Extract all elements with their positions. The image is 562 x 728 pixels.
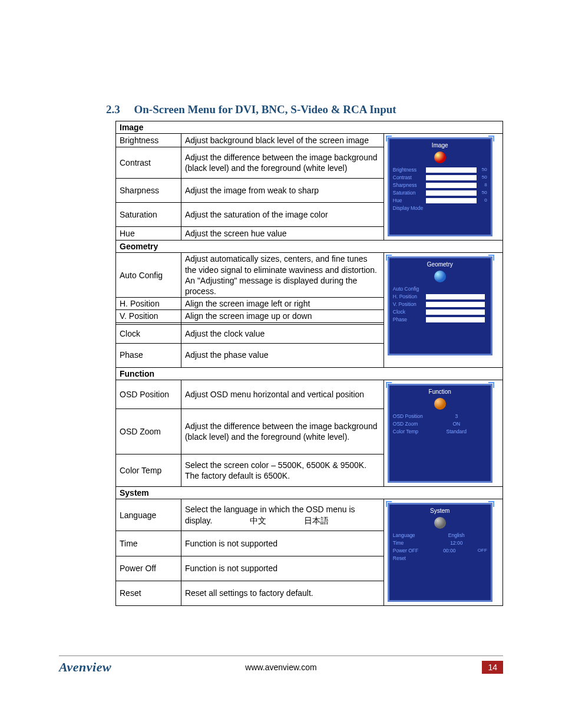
row-desc: Adjust background black level of the scr… xyxy=(181,134,384,147)
section-header-image: Image xyxy=(116,121,503,134)
osd-item-extra: OFF xyxy=(473,548,487,554)
osd-menu-table: Image Brightness Adjust background black… xyxy=(115,121,503,606)
brand-logo: Avenview xyxy=(59,660,111,675)
osd-items-image: Brightness50Contrast50Sharpness8Saturati… xyxy=(389,165,491,213)
row-name: Sharpness xyxy=(116,179,181,203)
section-heading: 2.3 On-Screen Menu for DVI, BNC, S-Video… xyxy=(106,103,503,116)
page-footer: Avenview www.avenview.com 14 xyxy=(59,655,503,675)
osd-item: V. Position xyxy=(393,301,487,308)
osd-item: Color TempStandard xyxy=(393,428,487,436)
slider-bar xyxy=(426,190,477,196)
osd-box-image: Image Brightness50Contrast50Sharpness8Sa… xyxy=(388,137,492,236)
osd-item: Phase xyxy=(393,316,487,324)
osd-item: H. Position xyxy=(393,293,487,301)
osd-screenshot-system: System LanguageEnglishTime12:00Power OFF… xyxy=(384,499,503,605)
osd-item: Clock xyxy=(393,308,487,316)
osd-item-label: Auto Config xyxy=(393,286,426,292)
osd-title: Geometry xyxy=(389,261,491,268)
row-desc: Function is not supported xyxy=(181,556,384,581)
osd-item-label: OSD Zoom xyxy=(393,421,426,427)
osd-item-label: V. Position xyxy=(393,301,426,308)
osd-item-value: 8 xyxy=(479,182,487,188)
osd-item-label: Color Temp xyxy=(393,429,426,435)
osd-item-value: ON xyxy=(426,421,487,427)
slider-bar xyxy=(426,294,485,299)
osd-item-value: 3 xyxy=(426,413,487,420)
row-name: Power Off xyxy=(116,556,181,581)
osd-item-label: Sharpness xyxy=(393,182,426,189)
row-desc: Adjust the image from weak to sharp xyxy=(181,179,384,203)
osd-item-value: English xyxy=(426,532,487,539)
osd-box-geometry: Geometry Auto ConfigH. PositionV. Positi… xyxy=(388,256,492,355)
row-desc: Adjust automatically sizes, centers, and… xyxy=(181,253,384,298)
row-desc: Adjust the difference between the image … xyxy=(181,147,384,179)
slider-bar xyxy=(426,167,477,173)
osd-item-label: Reset xyxy=(393,555,426,562)
osd-items-function: OSD Position3OSD ZoomONColor TempStandar… xyxy=(389,411,491,437)
slider-bar xyxy=(426,183,477,188)
osd-item-value: 0 xyxy=(479,197,487,203)
row-desc: Select the language in which the OSD men… xyxy=(181,499,384,531)
section-header-geometry: Geometry xyxy=(116,241,503,253)
osd-item-label: Hue xyxy=(393,197,426,204)
osd-item-label: Power OFF xyxy=(393,548,426,554)
osd-item-label: Phase xyxy=(393,317,426,323)
osd-item: OSD Position3 xyxy=(393,413,487,420)
osd-item-label: Time xyxy=(393,540,426,546)
osd-item-label: H. Position xyxy=(393,294,426,300)
row-desc: Align the screen image left or right xyxy=(181,298,384,310)
osd-item: Brightness50 xyxy=(393,166,487,174)
osd-item: LanguageEnglish xyxy=(393,532,487,539)
row-desc: Adjust the difference between the image … xyxy=(181,409,384,454)
system-icon xyxy=(434,517,446,529)
section-header-system: System xyxy=(116,486,503,499)
row-name: Phase xyxy=(116,343,181,367)
footer-url: www.avenview.com xyxy=(245,663,316,672)
row-desc: Adjust the screen hue value xyxy=(181,227,384,241)
page-number: 14 xyxy=(482,661,503,674)
osd-screenshot-image: Image Brightness50Contrast50Sharpness8Sa… xyxy=(384,134,503,241)
osd-item-value: 12:00 xyxy=(426,540,487,546)
osd-item-value: 50 xyxy=(479,190,487,196)
row-name: OSD Zoom xyxy=(116,409,181,454)
osd-item: Display Mode xyxy=(393,205,487,212)
osd-screenshot-geometry: Geometry Auto ConfigH. PositionV. Positi… xyxy=(384,253,503,367)
slider-bar xyxy=(426,317,485,322)
row-name: Time xyxy=(116,531,181,556)
osd-item: Sharpness8 xyxy=(393,182,487,189)
osd-item-label: Brightness xyxy=(393,167,426,173)
row-desc: Select the screen color – 5500K, 6500K &… xyxy=(181,454,384,487)
osd-item: Reset xyxy=(393,555,487,562)
osd-item-value: 50 xyxy=(479,174,487,180)
row-name: Contrast xyxy=(116,147,181,179)
row-desc: Adjust OSD menu horizontal and vertical … xyxy=(181,380,384,409)
section-header-function: Function xyxy=(116,367,503,380)
row-desc: Adjust the saturation of the image color xyxy=(181,203,384,227)
osd-item: Power OFF00:00OFF xyxy=(393,547,487,555)
osd-item-label: Clock xyxy=(393,309,426,315)
row-name: Brightness xyxy=(116,134,181,147)
slider-bar xyxy=(426,309,485,315)
row-desc: Adjust the clock value xyxy=(181,324,384,343)
osd-item: Hue0 xyxy=(393,197,487,205)
slider-bar xyxy=(426,175,477,180)
row-desc: Align the screen image up or down xyxy=(181,310,384,322)
row-name: Hue xyxy=(116,227,181,241)
row-name: Color Temp xyxy=(116,454,181,487)
row-desc: Reset all settings to factory default. xyxy=(181,581,384,605)
image-icon xyxy=(434,151,446,163)
osd-item: OSD ZoomON xyxy=(393,420,487,428)
row-name: Clock xyxy=(116,324,181,343)
heading-number: 2.3 xyxy=(106,103,120,116)
row-name: H. Position xyxy=(116,298,181,310)
row-name: OSD Position xyxy=(116,380,181,409)
osd-items-geometry: Auto ConfigH. PositionV. PositionClockPh… xyxy=(389,284,491,325)
osd-item-value: Standard xyxy=(426,429,487,435)
osd-title: Function xyxy=(389,388,491,396)
lang-option-zh: 中文 xyxy=(250,515,266,526)
osd-item: Contrast50 xyxy=(393,174,487,182)
osd-title: System xyxy=(389,507,491,515)
geometry-icon xyxy=(434,271,446,282)
osd-item: Time12:00 xyxy=(393,539,487,547)
row-name: Auto Config xyxy=(116,253,181,298)
